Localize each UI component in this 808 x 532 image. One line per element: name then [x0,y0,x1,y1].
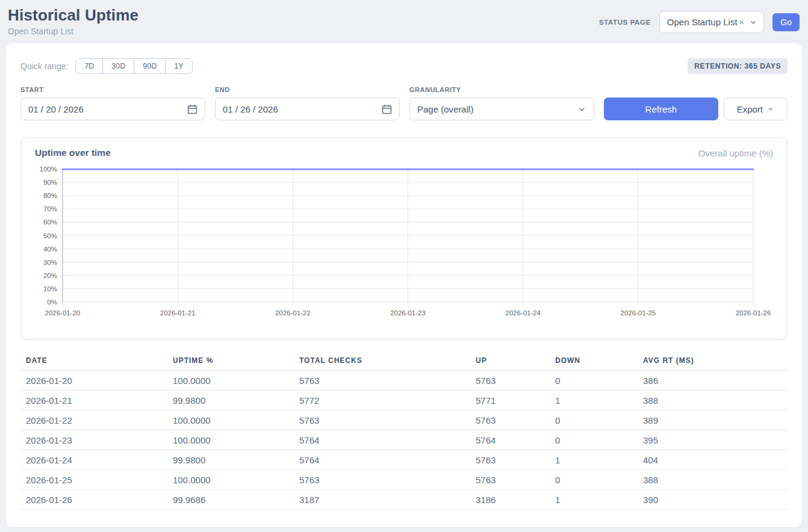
table-cell: 5763 [476,470,555,490]
end-label: END [215,86,400,93]
svg-text:2026-01-26: 2026-01-26 [736,309,771,317]
svg-text:70%: 70% [43,205,57,212]
table-cell: 5764 [299,450,476,470]
table-cell: 2026-01-26 [20,490,173,510]
uptime-line-chart: 0%10%20%30%40%50%60%70%80%90%100%2026-01… [35,163,773,321]
table-row: 2026-01-23100.0000576457640395 [20,430,788,450]
column-header: AVG RT (MS) [643,353,788,371]
go-button[interactable]: Go [772,13,800,31]
table-cell: 0 [555,430,643,450]
calendar-icon [187,104,197,114]
table-cell: 388 [643,470,788,490]
end-date-value: 01 / 26 / 2026 [223,104,382,114]
uptime-table: DATEUPTIME %TOTAL CHECKSUPDOWNAVG RT (MS… [20,353,788,510]
calendar-icon [382,104,392,114]
table-cell: 5764 [476,430,555,450]
chevron-down-icon [577,105,586,114]
uptime-chart-card: Uptime over time Overall uptime (%) 0%10… [20,137,788,339]
header-right: STATUS PAGE Open Startup List × Go [599,11,800,33]
table-cell: 2026-01-23 [20,430,173,450]
table-cell: 5764 [299,430,476,450]
svg-text:80%: 80% [43,192,57,199]
table-row: 2026-01-20100.0000576357630386 [20,371,788,391]
table-row: 2026-01-22100.0000576357630389 [20,410,788,430]
end-date-field: END 01 / 26 / 2026 [215,86,400,120]
table-header-row: DATEUPTIME %TOTAL CHECKSUPDOWNAVG RT (MS… [20,353,788,371]
table-cell: 404 [643,450,788,470]
end-date-input[interactable]: 01 / 26 / 2026 [215,97,400,120]
column-header: TOTAL CHECKS [299,353,476,371]
table-cell: 3187 [299,490,476,510]
quick-range-7d[interactable]: 7D [76,59,102,73]
clear-selection-icon[interactable]: × [739,17,745,27]
svg-text:40%: 40% [43,246,57,253]
table-cell: 100.0000 [173,470,299,490]
svg-text:2026-01-24: 2026-01-24 [505,309,541,317]
table-cell: 389 [643,410,788,430]
status-page-label: STATUS PAGE [599,19,651,26]
svg-text:2026-01-22: 2026-01-22 [275,309,311,317]
table-cell: 5763 [476,410,555,430]
table-cell: 390 [643,490,788,510]
table-cell: 1 [555,450,643,470]
table-cell: 5763 [299,470,476,490]
svg-text:60%: 60% [43,218,57,226]
table-cell: 5763 [476,450,555,470]
granularity-selected-value: Page (overall) [417,104,577,114]
svg-text:30%: 30% [43,259,57,266]
page-title: Historical Uptime [8,6,138,25]
svg-text:10%: 10% [43,285,57,292]
table-cell: 386 [643,371,788,391]
quick-range-30d[interactable]: 30D [102,59,134,73]
quick-range-label: Quick range: [20,61,68,71]
svg-text:0%: 0% [47,298,57,306]
quick-range-1y[interactable]: 1Y [165,59,191,73]
table-cell: 100.0000 [173,371,299,391]
table-cell: 5772 [299,391,476,410]
page-subtitle: Open Startup List [8,26,138,36]
column-header: DATE [20,353,173,371]
table-cell: 99.9686 [173,490,299,510]
granularity-label: GRANULARITY [409,86,594,93]
granularity-field: GRANULARITY Page (overall) [409,86,594,120]
start-date-value: 01 / 20 / 2026 [28,104,187,114]
table-cell: 2026-01-21 [20,391,173,410]
table-cell: 3186 [476,490,555,510]
quick-range-90d[interactable]: 90D [134,59,165,73]
svg-text:100%: 100% [40,165,57,173]
chevron-down-icon [767,105,774,113]
table-cell: 99.9800 [173,450,299,470]
column-header: UPTIME % [173,353,299,371]
table-cell: 1 [555,391,643,410]
table-cell: 2026-01-20 [20,371,173,391]
refresh-button[interactable]: Refresh [604,97,718,120]
table-cell: 0 [555,371,643,391]
table-row: 2026-01-2699.9686318731861390 [20,490,788,510]
start-date-input[interactable]: 01 / 20 / 2026 [20,97,205,120]
export-button-label: Export [737,104,763,114]
chart-legend: Overall uptime (%) [698,148,773,158]
chevron-down-icon [749,18,757,26]
status-page-select[interactable]: Open Startup List × [659,11,765,33]
svg-text:2026-01-25: 2026-01-25 [621,309,656,317]
table-cell: 0 [555,410,643,430]
column-header: UP [476,353,555,371]
quick-range-row: Quick range: 7D30D90D1Y RETENTION: 365 D… [20,58,788,74]
chart-title: Uptime over time [35,147,111,158]
granularity-select[interactable]: Page (overall) [409,97,594,120]
retention-badge: RETENTION: 365 DAYS [688,58,788,74]
table-cell: 2026-01-25 [20,470,173,490]
top-header: Historical Uptime Open Startup List STAT… [0,0,808,43]
export-button[interactable]: Export [724,97,788,120]
table-cell: 5763 [476,371,555,391]
main-card: Quick range: 7D30D90D1Y RETENTION: 365 D… [6,43,802,527]
filters-row: START 01 / 20 / 2026 END 01 / 26 / 2026 [20,86,788,120]
table-row: 2026-01-2199.9800577257711388 [20,391,788,410]
table-row: 2026-01-25100.0000576357630388 [20,470,788,490]
table-cell: 0 [555,470,643,490]
table-cell: 1 [555,490,643,510]
status-page-selected-value: Open Startup List [667,17,738,27]
table-cell: 5763 [299,410,476,430]
svg-text:90%: 90% [43,179,57,186]
start-date-field: START 01 / 20 / 2026 [20,86,205,120]
